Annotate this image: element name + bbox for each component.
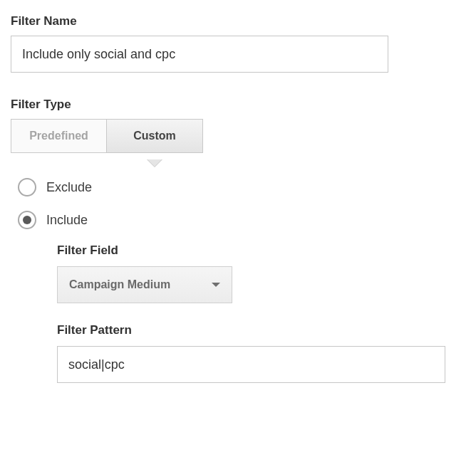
tab-predefined[interactable]: Predefined [11, 119, 107, 153]
filter-field-dropdown[interactable]: Campaign Medium [57, 266, 232, 303]
radio-exclude[interactable]: Exclude [18, 178, 465, 196]
filter-field-selected: Campaign Medium [69, 278, 170, 291]
tab-predefined-label: Predefined [29, 130, 88, 142]
radio-exclude-label: Exclude [46, 180, 92, 195]
radio-include-dot-icon [23, 216, 31, 224]
filter-type-label: Filter Type [11, 98, 465, 112]
tab-custom-label: Custom [133, 130, 176, 142]
tab-custom[interactable]: Custom [107, 119, 203, 153]
filter-pattern-input[interactable] [57, 346, 445, 383]
filter-type-tabs: Predefined Custom [11, 119, 465, 153]
filter-pattern-label: Filter Pattern [57, 323, 465, 337]
radio-exclude-circle-icon [18, 178, 36, 196]
filter-mode-radio-group: Exclude Include Filter Field Campaign Me… [11, 178, 465, 383]
chevron-down-icon [212, 283, 220, 287]
radio-include-circle-icon [18, 211, 36, 229]
filter-name-label: Filter Name [11, 14, 465, 28]
radio-include-label: Include [46, 213, 88, 228]
include-sub-section: Filter Field Campaign Medium Filter Patt… [57, 243, 465, 383]
filter-name-input[interactable] [11, 36, 388, 73]
filter-field-label: Filter Field [57, 243, 465, 258]
radio-include[interactable]: Include [18, 211, 465, 229]
